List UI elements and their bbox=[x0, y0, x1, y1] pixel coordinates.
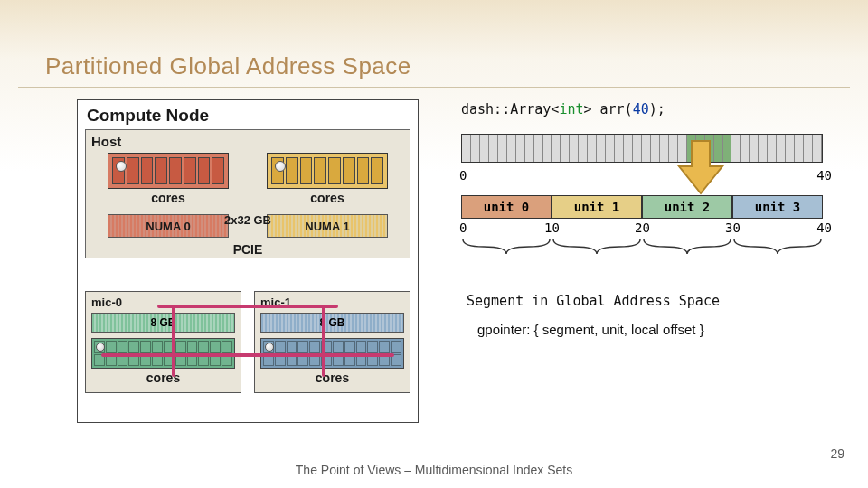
axis-tick-40: 40 bbox=[816, 168, 832, 183]
unit-box-1: unit 1 bbox=[552, 195, 642, 219]
compute-node-title: Compute Node bbox=[78, 100, 418, 129]
socket0-cores bbox=[108, 153, 229, 189]
unit-box-3: unit 3 bbox=[732, 195, 823, 219]
host-memory-label: 2x32 GB bbox=[224, 213, 271, 227]
brace-icon bbox=[552, 237, 642, 257]
cpu-icon bbox=[275, 161, 286, 172]
code-declaration: dash::Array<int> arr(40); bbox=[461, 101, 841, 117]
array-diagram: dash::Array<int> arr(40); 0 40 unit 0 un… bbox=[461, 101, 841, 337]
axis-tick-b0: 0 bbox=[459, 221, 467, 235]
svg-marker-0 bbox=[679, 141, 722, 193]
axis-tick-b40: 40 bbox=[816, 221, 832, 235]
compute-node-box: Compute Node Host cores NUMA 0 cores bbox=[77, 99, 419, 423]
host-label: Host bbox=[91, 134, 404, 149]
numa0-mem: NUMA 0 bbox=[108, 214, 229, 238]
pcie-label: PCIE bbox=[230, 242, 267, 257]
interconnect-line bbox=[157, 305, 338, 308]
cpu-icon bbox=[116, 161, 127, 172]
mic1-mem: 8 GB bbox=[260, 313, 404, 333]
mic0-cores-label: cores bbox=[91, 371, 235, 385]
cpu-icon bbox=[96, 343, 105, 352]
axis-tick-0: 0 bbox=[459, 168, 467, 183]
brace-icon bbox=[642, 237, 732, 257]
axis-tick-b20: 20 bbox=[635, 221, 650, 235]
page-number: 29 bbox=[830, 446, 844, 461]
slide-footer: The Point of Views – Multidimensional In… bbox=[0, 463, 868, 477]
numa1-mem: NUMA 1 bbox=[267, 214, 388, 238]
numa0-column: cores NUMA 0 bbox=[105, 153, 231, 238]
mic1-cores-label: cores bbox=[260, 371, 404, 385]
title-underline bbox=[18, 87, 850, 88]
link-line bbox=[172, 305, 175, 377]
slide-title: Partitioned Global Address Space bbox=[45, 52, 411, 80]
cpu-icon bbox=[265, 343, 274, 352]
cores0-label: cores bbox=[151, 191, 184, 205]
host-box: Host cores NUMA 0 cores NUMA 1 bbox=[85, 129, 410, 258]
brace-icon bbox=[732, 237, 823, 257]
gpointer-text: gpointer: { segment, unit, local offset … bbox=[477, 322, 841, 337]
brace-row bbox=[461, 237, 823, 257]
pcie-bus-line bbox=[101, 353, 394, 357]
array-cells bbox=[461, 134, 823, 163]
unit-box-0: unit 0 bbox=[461, 195, 552, 219]
arrow-down-icon bbox=[674, 137, 728, 201]
brace-icon bbox=[461, 237, 552, 257]
axis-tick-b30: 30 bbox=[725, 221, 741, 235]
link-line bbox=[322, 305, 326, 377]
units-row: unit 0 unit 1 unit 2 unit 3 bbox=[461, 195, 823, 219]
socket1-cores bbox=[267, 153, 388, 189]
axis-tick-b10: 10 bbox=[544, 221, 560, 235]
segment-label: Segment in Global Address Space bbox=[467, 293, 841, 309]
mic0-mem: 8 GB bbox=[91, 313, 235, 333]
cores1-label: cores bbox=[310, 191, 344, 205]
numa1-column: cores NUMA 1 bbox=[264, 153, 391, 238]
